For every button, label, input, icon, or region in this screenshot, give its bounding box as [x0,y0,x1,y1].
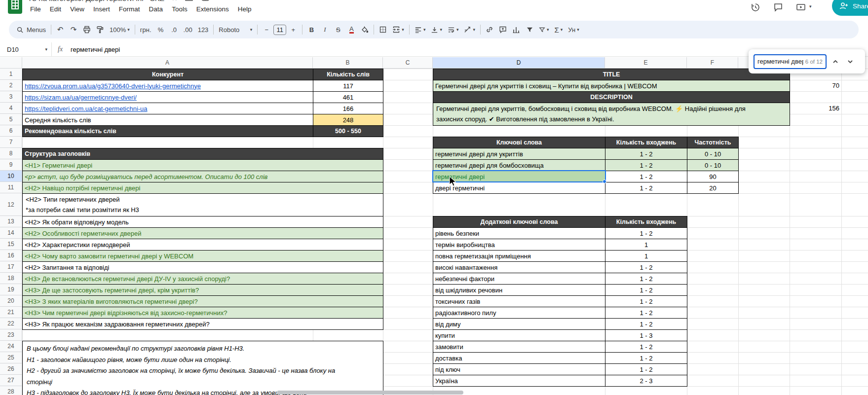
cell-A2[interactable]: https://zvoua.prom.ua/ua/g35730640-dveri… [22,80,313,92]
percent-format-button[interactable]: % [154,23,167,36]
insert-chart-button[interactable] [510,23,523,36]
menu-item-insert[interactable]: Insert [89,4,114,14]
cell-D13[interactable]: Додаткові ключові слова [433,216,605,228]
cell-B6[interactable]: 500 - 550 [313,125,383,137]
fill-color-button[interactable] [358,23,371,36]
cell-E17[interactable]: 1 - 2 [605,261,687,273]
menu-item-data[interactable]: Data [145,4,168,14]
cell-B1[interactable]: Кількість слів [313,69,383,80]
row-header-14[interactable]: 14 [0,227,22,239]
create-filter-button[interactable] [523,23,536,36]
cell-F8[interactable]: 0 - 10 [687,148,739,160]
row-header-25[interactable]: 25 [0,352,22,363]
row-header-21[interactable]: 21 [0,307,22,318]
cell-E8[interactable]: 1 - 2 [605,148,687,160]
cell-D26[interactable]: під ключ [433,363,605,375]
filter-views-button[interactable]: ▾ [536,23,552,36]
merge-cells-button[interactable]: ▾ [390,23,407,36]
cell-D22[interactable]: від диму [433,318,605,330]
sheets-logo[interactable] [8,0,22,14]
cell-D4[interactable]: Герметичні двері для укриттів, бомбосхов… [433,103,790,126]
column-header-F[interactable]: F [687,57,738,69]
column-header-B[interactable]: B [313,57,383,69]
cell-A17[interactable]: <H2> Запитання та відповіді [22,261,383,273]
move-folder-icon[interactable] [185,0,193,2]
cell-E18[interactable]: 1 - 2 [605,273,687,285]
cell-F9[interactable]: 0 - 10 [687,159,739,171]
row-header-16[interactable]: 16 [0,250,22,261]
cell-D25[interactable]: доставка [433,352,605,364]
row-header-7[interactable]: 7 [0,137,22,148]
italic-button[interactable]: I [318,23,331,36]
cell-E9[interactable]: 1 - 2 [605,159,687,171]
cell-F7[interactable]: Частотність [687,137,739,148]
horizontal-align-button[interactable]: ▾ [412,23,428,36]
version-history-button[interactable] [748,1,763,14]
row-header-5[interactable]: 5 [0,114,22,125]
font-family-dropdown[interactable]: Roboto ▾ [216,23,255,36]
cell-D3[interactable]: DESCRIPTION [433,91,790,103]
row-header-13[interactable]: 13 [0,216,22,227]
cell-B5[interactable]: 248 [313,114,383,126]
menu-item-view[interactable]: View [66,4,89,14]
cell-E25[interactable]: 1 - 2 [605,352,687,364]
cell-A4[interactable]: https://teplidveri.com.ua/cat-germetichn… [22,103,313,114]
row-header-12[interactable]: 12 [0,193,22,216]
cell-E24[interactable]: 1 - 2 [605,341,687,353]
cell-D23[interactable]: купити [433,329,605,341]
cell-D24[interactable]: замовити [433,341,605,353]
menus-button[interactable]: Menus [14,23,48,36]
cell-D20[interactable]: токсичних газів [433,295,605,307]
cell-D18[interactable]: небезпечні фактори [433,273,605,285]
share-button[interactable]: Share [832,0,868,16]
cell-A3[interactable]: https://sizam.ua/ua/germeticnnye-dveri/ [22,91,313,103]
cell-D15[interactable]: термін виробництва [433,239,605,251]
cell-E22[interactable]: 1 - 2 [605,318,687,330]
paint-format-button[interactable] [94,23,107,36]
more-formats-button[interactable]: 123 [195,23,211,36]
cell-A24[interactable]: В цьому блоці надані рекомендації по стр… [22,341,383,395]
cell-A14[interactable]: <H2> Особливості герметичних дверей [22,227,383,239]
functions-button[interactable]: Σ ▾ [552,23,566,36]
cell-D8[interactable]: герметичні двері для укриттів [433,148,605,160]
cell-A9[interactable]: <H1> Герметичні двері [22,159,383,171]
cell-D7[interactable]: Ключові слова [433,137,605,148]
menu-item-edit[interactable]: Edit [45,4,66,14]
row-header-28[interactable]: 28 [0,386,22,395]
cell-A1[interactable]: Конкурент [22,69,313,80]
increase-font-size-button[interactable]: + [287,23,300,36]
column-header-E[interactable]: E [605,57,687,69]
row-header-8[interactable]: 8 [0,148,22,159]
font-size-input[interactable]: 11 [273,25,286,35]
cell-A20[interactable]: <H3> З яких матеріалів виготовляються ге… [22,295,383,307]
row-header-22[interactable]: 22 [0,318,22,329]
horizontal-scrollbar[interactable] [277,391,463,395]
menu-item-file[interactable]: File [26,4,45,14]
cell-E23[interactable]: 1 - 3 [605,329,687,341]
input-tools-button[interactable]: Ун ▾ [566,23,581,36]
cell-D11[interactable]: двері герметичні [433,182,605,194]
menu-item-help[interactable]: Help [233,4,256,14]
comments-button[interactable] [771,1,786,14]
row-header-23[interactable]: 23 [0,329,22,341]
star-icon[interactable]: ☆ [171,0,178,2]
cell-D21[interactable]: радіоактивного пилу [433,307,605,319]
cell-D2[interactable]: Герметичні двері для укриттів і сховищ –… [433,80,790,92]
row-header-10[interactable]: 10 [0,171,22,182]
cell-E26[interactable]: 1 - 2 [605,363,687,375]
borders-button[interactable] [377,23,389,36]
cell-A18[interactable]: <H3> Де встановлюються герметичні двері … [22,273,383,285]
cell-D17[interactable]: високі навантаження [433,261,605,273]
cell-A6[interactable]: Рекомендована кількість слів [22,125,313,137]
cell-A22[interactable]: <H3> Як працює механізм задраювання герм… [22,318,383,330]
increase-decimal-button[interactable]: .00 [181,23,195,36]
row-header-27[interactable]: 27 [0,375,22,386]
cell-E19[interactable]: 1 - 2 [605,284,687,296]
cell-A12[interactable]: <H2> Типи герметичних дверей *за потреби… [22,193,383,216]
redo-button[interactable]: ↷ [67,23,80,36]
cell-D1[interactable]: TITLE [433,69,790,80]
present-dropdown-icon[interactable]: ▾ [809,4,812,9]
row-header-19[interactable]: 19 [0,284,22,295]
text-color-button[interactable]: A [345,23,358,36]
cell-A16[interactable]: <H2> Чому варто замовити герметичні двер… [22,250,383,262]
